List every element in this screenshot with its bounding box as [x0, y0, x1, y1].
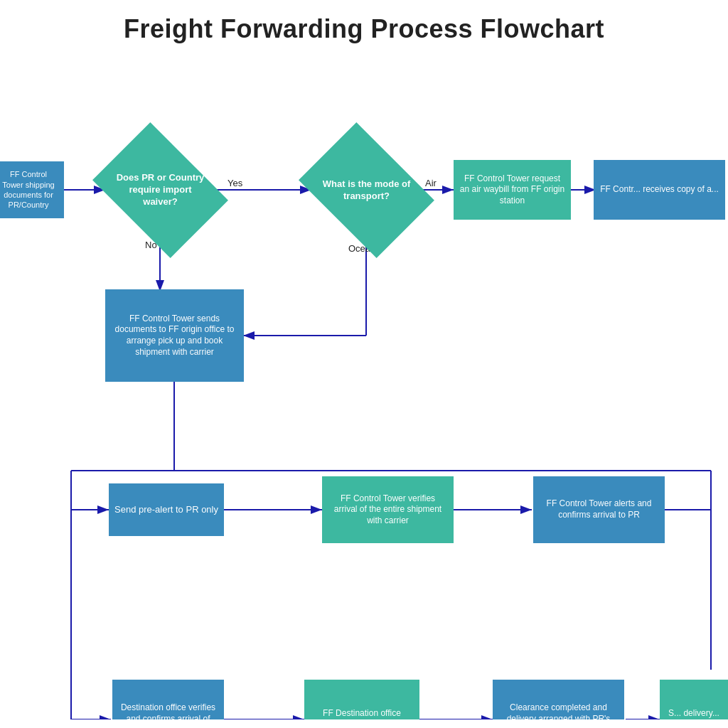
box-ff-tower-start: FF Control Tower shipping documents for …: [0, 161, 64, 218]
flowchart: Yes No Air Ocean FF Control Tower shippi…: [0, 51, 728, 719]
diamond-import-waiver: Does PR or Country require import waiver…: [105, 149, 215, 231]
page-title: Freight Forwarding Process Flowchart: [0, 0, 728, 51]
diamond-label: Does PR or Country require import waiver…: [105, 149, 215, 231]
diamond-label-2: What is the mode of transport?: [311, 149, 422, 231]
box-receives-copy: FF Contr... receives copy of a...: [594, 160, 725, 220]
box-customs-clearance: FF Destination office begins customs cle…: [304, 680, 419, 719]
label-yes: Yes: [228, 178, 242, 188]
box-clearance-completed: Clearance completed and delivery arrange…: [493, 680, 624, 719]
box-delivery: S... delivery... se...: [660, 680, 728, 719]
box-sends-documents: FF Control Tower sends documents to FF o…: [105, 289, 244, 382]
label-air: Air: [425, 178, 437, 188]
box-request-airwaybill: FF Control Tower request an air waybill …: [454, 160, 571, 220]
box-verifies-arrival: FF Control Tower verifies arrival of the…: [322, 476, 454, 543]
box-alerts-arrival: FF Control Tower alerts and confirms arr…: [533, 476, 665, 543]
diamond-transport-mode: What is the mode of transport?: [311, 149, 422, 231]
box-destination-verifies: Destination office verifies and confirms…: [112, 680, 224, 719]
box-pre-alert: Send pre-alert to PR only: [109, 483, 224, 536]
